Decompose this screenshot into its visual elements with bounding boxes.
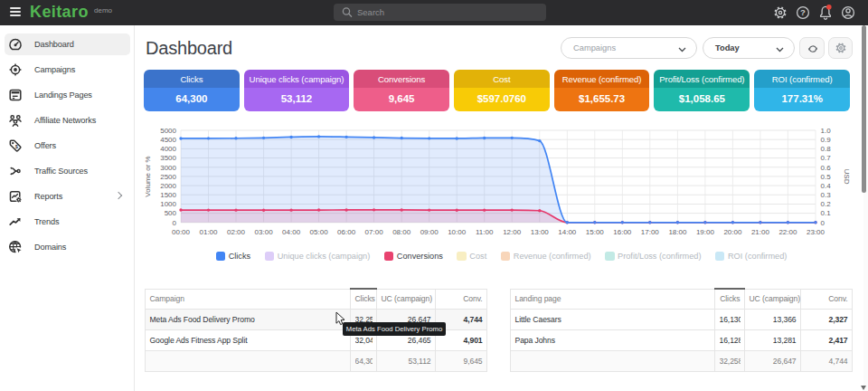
svg-text:0.2: 0.2	[821, 200, 832, 208]
svg-text:0.4: 0.4	[821, 182, 832, 190]
svg-text:5000: 5000	[160, 127, 176, 135]
svg-text:05:00: 05:00	[310, 228, 329, 236]
svg-text:23:00: 23:00	[807, 228, 826, 236]
svg-text:0.7: 0.7	[821, 154, 832, 162]
svg-text:?: ?	[800, 7, 806, 17]
svg-text:02:00: 02:00	[227, 228, 246, 236]
svg-text:Volume or %: Volume or %	[144, 156, 152, 196]
svg-text:18:00: 18:00	[668, 228, 687, 236]
svg-text:21:00: 21:00	[751, 228, 770, 236]
svg-text:09:00: 09:00	[420, 228, 439, 236]
svg-text:07:00: 07:00	[365, 228, 384, 236]
svg-text:0: 0	[821, 219, 826, 227]
svg-text:06:00: 06:00	[337, 228, 356, 236]
svg-text:500: 500	[165, 209, 177, 217]
svg-text:2500: 2500	[160, 173, 176, 181]
svg-text:4500: 4500	[160, 136, 176, 144]
svg-text:0: 0	[173, 219, 177, 227]
svg-text:20:00: 20:00	[723, 228, 742, 236]
svg-text:0.3: 0.3	[821, 191, 832, 199]
svg-text:00:00: 00:00	[172, 228, 191, 236]
svg-text:19:00: 19:00	[696, 228, 715, 236]
svg-text:03:00: 03:00	[255, 228, 274, 236]
svg-text:22:00: 22:00	[778, 228, 797, 236]
svg-text:4000: 4000	[160, 145, 176, 153]
svg-text:3000: 3000	[160, 164, 176, 172]
svg-text:10:00: 10:00	[448, 228, 467, 236]
svg-text:0.8: 0.8	[821, 145, 832, 153]
svg-text:0.9: 0.9	[821, 136, 832, 144]
svg-text:13:00: 13:00	[531, 228, 550, 236]
svg-text:0.5: 0.5	[821, 173, 832, 181]
svg-text:04:00: 04:00	[282, 228, 301, 236]
svg-text:14:00: 14:00	[558, 228, 577, 236]
svg-text:12:00: 12:00	[503, 228, 522, 236]
svg-text:08:00: 08:00	[392, 228, 411, 236]
svg-text:3500: 3500	[160, 154, 176, 162]
svg-text:16:00: 16:00	[613, 228, 632, 236]
svg-text:11:00: 11:00	[476, 228, 494, 236]
svg-text:15:00: 15:00	[586, 228, 605, 236]
svg-text:01:00: 01:00	[199, 228, 218, 236]
svg-text:0.6: 0.6	[821, 164, 832, 172]
svg-text:0.1: 0.1	[821, 209, 832, 217]
svg-text:USD: USD	[843, 169, 851, 185]
svg-text:1000: 1000	[160, 200, 176, 208]
svg-text:1500: 1500	[160, 191, 176, 199]
svg-text:2000: 2000	[160, 182, 176, 190]
svg-text:17:00: 17:00	[641, 228, 660, 236]
svg-text:1.0: 1.0	[821, 127, 832, 135]
